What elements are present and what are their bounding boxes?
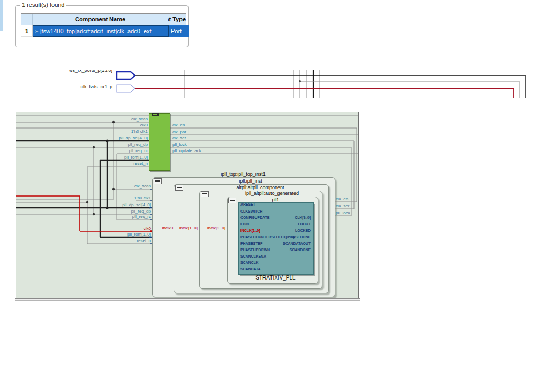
pll-port-scanclk[interactable]: SCANCLK	[240, 261, 259, 265]
pin-label-clk0[interactable]: clk0	[84, 123, 148, 127]
inst-pin-clk1-const[interactable]: 1'h0 clk1	[87, 195, 151, 200]
pin-label-pll-req-rc[interactable]: pll_req_rc	[84, 148, 148, 153]
pll-port-fbout[interactable]: FBOUT	[257, 222, 311, 226]
inst-pin-pll-req-rc[interactable]: pll_req_rc	[87, 214, 151, 219]
pll-port-scandataout[interactable]: SCANDATAOUT	[257, 242, 311, 245]
hierarchy-label-auto-generated: ipll_altpll:auto_generated	[227, 191, 317, 196]
net-label-inclk-2: inclk[1..0]	[200, 225, 232, 230]
net-label-inclk-1: inclk[1..0]	[172, 225, 205, 230]
header-cell-component-name[interactable]: Component Name	[33, 14, 168, 25]
component-name-header-text: Component Name	[75, 16, 125, 22]
port-label-clk-lvds: clk_lvds_rx1_p	[21, 84, 112, 89]
header-cell-component-type[interactable]: Component Type	[168, 14, 186, 25]
pll-port-clk[interactable]: CLK[9..0]	[257, 216, 311, 220]
results-groupbox: 1 result(s) found Component Name Compone…	[15, 5, 189, 47]
inst-pin-pll-dp-sel[interactable]: pll_dp_sel[4..0]	[87, 202, 151, 207]
port-symbol-bottom[interactable]	[117, 85, 135, 92]
pll-primitive-name: STRATIXIV_PLL	[238, 275, 313, 281]
row-component-name: |tsw1400_top|adcif:adcif_inst|clk_adc0_e…	[40, 28, 152, 34]
inst-pin-pll-req-dp[interactable]: pll_req_dp	[87, 209, 151, 214]
rtl-viewer-canvas[interactable]: ipll_top:ipll_top_inst1 ipll:ipll_inst a…	[16, 112, 359, 298]
pin-label-clk-scan[interactable]: clk_scan	[84, 117, 148, 122]
pll-port-scandata[interactable]: SCANDATA	[240, 267, 260, 271]
table-row[interactable]: 1 ➤ |tsw1400_top|adcif:adcif_inst|clk_ad…	[21, 25, 186, 37]
results-table: Component Name Component Type 1 ➤ |tsw14…	[21, 13, 186, 42]
pll-port-scandone[interactable]: SCANDONE	[257, 248, 311, 252]
pin-label-pll-rom[interactable]: pll_rom[1..0]	[84, 155, 148, 160]
pane-divider-line2	[15, 300, 360, 301]
pll-port-clkswitch[interactable]: CLKSWITCH	[240, 209, 262, 213]
results-count-label: 1 result(s) found	[20, 2, 66, 8]
block-titlebar-icon[interactable]	[152, 113, 159, 116]
pin-label-pll-dp-sel[interactable]: pll_dp_sel[4..0]	[84, 135, 148, 140]
pll-port-scanclkena[interactable]: SCANCLKENA	[240, 254, 266, 258]
header-cell-index[interactable]	[21, 14, 33, 25]
collapse-button-auto-generated[interactable]	[228, 198, 236, 203]
row-type-cell[interactable]: Port	[169, 25, 189, 37]
pll-port-locked[interactable]: LOCKED	[257, 229, 311, 232]
pll-port-phasedone[interactable]: PHASEDONE	[257, 235, 311, 239]
hierarchy-label-ipll-top: ipll_top:ipll_top_inst1	[152, 171, 334, 177]
pin-label-clk1-const[interactable]: 1'h0 clk1	[84, 129, 148, 134]
table-empty-area	[21, 37, 186, 42]
inst-pin-clk0[interactable]: clk0	[87, 226, 151, 231]
pin-label-clk-ser[interactable]: clk_ser	[172, 135, 221, 140]
inst-out-clk-ser[interactable]: clk_ser	[336, 203, 357, 208]
pin-label-pll-req-dp[interactable]: pll_req_dp	[84, 142, 148, 147]
row-name-cell[interactable]: ➤ |tsw1400_top|adcif:adcif_inst|clk_adc0…	[33, 25, 169, 37]
screenshot-root: 1 result(s) found Component Name Compone…	[0, 0, 535, 392]
component-type-header-text: Component Type	[168, 16, 186, 22]
pin-label-pll-lock[interactable]: pll_lock	[172, 142, 221, 147]
pin-label-pll-update-ack[interactable]: pll_update_ack	[172, 148, 221, 153]
pll-port-areset[interactable]: ARESET	[240, 202, 255, 206]
pll-instance-title: pll1	[238, 197, 313, 202]
results-table-header: Component Name Component Type	[21, 14, 186, 25]
pin-label-reset-n[interactable]: reset_n	[84, 161, 148, 166]
collapse-button-ipll-top[interactable]	[154, 178, 162, 184]
row-arrow-icon: ➤	[35, 29, 39, 34]
collapse-button-ipll[interactable]	[175, 185, 183, 191]
inst-out-clk-en[interactable]: clk_en	[336, 197, 357, 201]
pin-label-clk-par[interactable]: clk_par	[172, 130, 221, 134]
hierarchy-label-ipll: ipll:ipll_inst	[174, 178, 328, 184]
pin-label-clk-en[interactable]: clk_en	[172, 123, 221, 127]
inst-out-pll-lock[interactable]: pll_lock	[336, 210, 357, 215]
port-symbol-top[interactable]	[117, 72, 135, 79]
inst-pin-clk-scan[interactable]: clk_scan	[87, 184, 151, 189]
panel-edge-strip	[0, 0, 3, 31]
port-label-clipped: ws_rx_ports_p[13:0]	[21, 70, 112, 73]
pll-port-fbin[interactable]: FBIN	[240, 222, 249, 226]
collapsed-instance-block[interactable]	[149, 113, 170, 171]
pane-divider-line	[15, 298, 360, 299]
collapse-button-altpll[interactable]	[201, 191, 209, 197]
inst-pin-reset-n[interactable]: reset_n	[87, 238, 151, 243]
signal-trace-view: ws_rx_ports_p[13:0] clk_lvds_rx1_p	[0, 70, 535, 98]
inst-pin-pll-rom[interactable]: pll_rom[1..0]	[87, 232, 151, 237]
row-index-cell: 1	[21, 25, 33, 37]
hierarchy-label-altpll: altpll:altpll_component	[199, 185, 321, 190]
